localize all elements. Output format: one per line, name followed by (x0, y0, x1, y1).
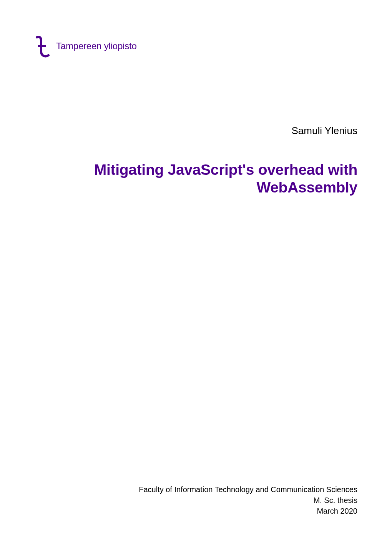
footer-document-type: M. Sc. thesis (139, 495, 357, 506)
thesis-title-line-2: WebAssembly (35, 179, 357, 196)
title-page: Tampereen yliopisto Samuli Ylenius Mitig… (0, 0, 392, 554)
university-logo: Tampereen yliopisto (35, 35, 357, 58)
university-logo-icon (35, 35, 53, 58)
author-name: Samuli Ylenius (291, 125, 357, 137)
thesis-title: Mitigating JavaScript's overhead with We… (35, 161, 357, 196)
thesis-title-line-1: Mitigating JavaScript's overhead with (35, 161, 357, 179)
footer-date: March 2020 (139, 506, 357, 516)
footer-faculty: Faculty of Information Technology and Co… (139, 484, 357, 495)
footer: Faculty of Information Technology and Co… (139, 484, 357, 516)
university-logo-text: Tampereen yliopisto (56, 41, 137, 51)
